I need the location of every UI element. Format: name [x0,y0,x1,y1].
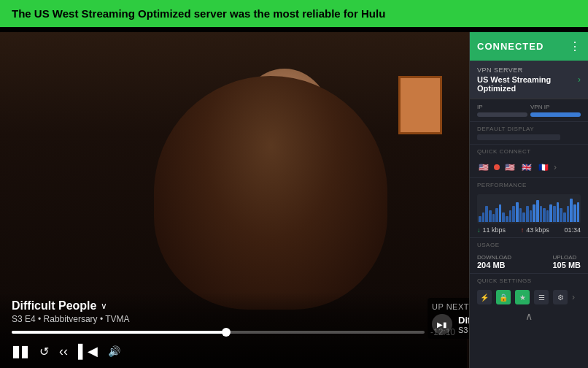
qs-star-icon[interactable]: ★ [515,290,530,304]
flag-gb[interactable]: 🇬🇧 [520,161,533,174]
vpn-header: CoNnEcTED ⋮ [470,32,588,61]
progress-bar-track[interactable] [12,331,425,334]
flag-us-1[interactable]: 🇺🇸 [477,161,490,174]
vpn-ip-bar [530,112,581,117]
qs-more-icon[interactable]: › [572,292,575,302]
download-usage-val: 204 MB [477,261,511,269]
skip-back-button[interactable]: ‹‹ [59,344,68,359]
qs-lock-icon[interactable]: 🔒 [496,290,511,304]
play-pause-button[interactable]: ▮▮ [12,342,29,361]
vpn-server-name: US West Streaming Optimized [477,75,578,93]
qs-settings-icon[interactable]: ⚙ [553,290,568,304]
vpn-ip-label: VPN IP [530,104,581,110]
show-chevron-icon[interactable]: ∨ [101,301,107,311]
download-arrow-icon: ↓ [477,226,481,234]
volume-button[interactable]: 🔊 [108,345,120,357]
vpn-menu-button[interactable]: ⋮ [569,39,581,53]
quick-connect-section-label: QUICK CONNECT [470,145,588,157]
vpn-panel: CoNnEcTED ⋮ VPN SERVER US West Streaming… [469,32,588,368]
player-overlay: Difficult People ∨ S3 E4 • Rabbitversary… [0,292,467,368]
banner-text: The US West Streaming Optimized server w… [12,6,576,21]
upload-usage-label: Upload [552,254,581,261]
vpn-server-label: VPN SERVER [477,66,578,74]
more-servers-button[interactable]: › [554,162,557,172]
show-info: Difficult People ∨ S3 E4 • Rabbitversary… [12,299,455,324]
performance-section-label: PERFORMANCE [470,178,588,191]
vpn-quick-settings: ⚡ 🔒 ★ ☰ ⚙ › ∧ [470,286,588,329]
default-display-section-label: DEFAULT DISPLAY [470,122,588,134]
vpn-quick-connect: 🇺🇸 🇺🇸 🇬🇧 🇫🇷 › [470,157,588,178]
flag-fr[interactable]: 🇫🇷 [537,161,550,174]
collapse-button[interactable]: ∧ [525,310,533,322]
qs-power-icon[interactable]: ⚡ [477,290,492,304]
flag-dot [494,164,500,170]
replay-button[interactable]: ↺ [39,345,49,359]
banner: The US West Streaming Optimized server w… [0,0,588,27]
upload-arrow-icon: ↑ [521,226,525,234]
usage-section-label: USAGE [470,238,588,250]
progress-dot [222,328,231,337]
download-usage-label: Download [477,254,511,261]
quick-settings-section-label: QUICK SETTINGS [470,274,588,286]
ip-bar [477,112,527,117]
vpn-default-display [470,134,588,145]
upload-speed: 43 kbps [526,226,549,234]
vpn-ip-row: IP VPN IP [470,99,588,122]
progress-container[interactable]: -12:10 [12,327,455,337]
up-next-play-button[interactable]: ▶▮ [432,314,452,334]
vpn-connected-text: CoNnEcTED [477,41,543,52]
show-title: Difficult People [12,299,96,313]
previous-button[interactable]: ▌◀ [78,343,98,359]
vpn-usage: Download 204 MB Upload 105 MB [470,250,588,274]
vpn-server-chevron-icon[interactable]: › [578,74,581,85]
upload-usage-val: 105 MB [552,261,581,269]
vpn-performance: ↓ 11 kbps ↑ 43 kbps 01:34 [470,191,588,238]
flag-us-2[interactable]: 🇺🇸 [503,161,517,174]
vpn-server-row[interactable]: VPN SERVER US West Streaming Optimized › [470,61,588,99]
show-meta: S3 E4 • Rabbitversary • TVMA [12,314,130,324]
progress-bar-fill [12,331,226,334]
controls-row: ▮▮ ↺ ‹‹ ▌◀ 🔊 [12,342,455,361]
ip-label: IP [477,104,527,110]
connection-time: 01:34 [564,226,581,234]
performance-graph [477,194,581,223]
qs-menu-icon[interactable]: ☰ [534,290,549,304]
download-speed: 11 kbps [483,226,506,234]
